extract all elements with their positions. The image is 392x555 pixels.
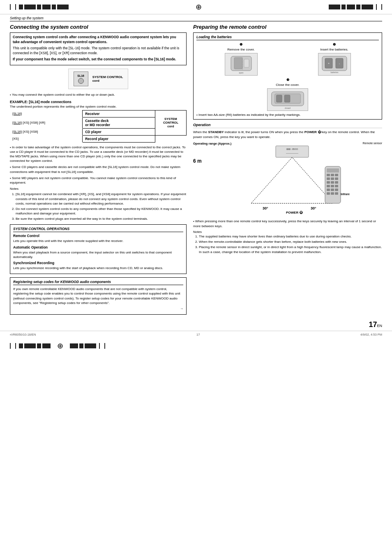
top-decorative-bar: ⊕ [0,0,392,14]
list-item: Placing the remote sensor in direct sunl… [199,245,382,254]
svg-text:open: open [239,71,243,74]
svg-rect-28 [327,177,330,180]
section-label: Setting up the system [10,16,382,21]
page-content: Setting up the system Connecting the sys… [0,16,392,319]
svg-rect-25 [327,174,330,176]
operation-title: Operation [193,123,382,128]
battery-step-3: ❸ Close the cover. closed [196,78,379,111]
table-row: [SL16] Receiver SYSTEMCONTROLcord [10,110,187,117]
svg-marker-19 [251,157,333,203]
svg-rect-27 [335,174,338,176]
system-control-diagram: SL16 SYSTEM CONTROL cord [10,69,187,89]
svg-text:30°: 30° [311,206,316,210]
top-bar-left [8,4,69,10]
list-item: The supplied batteries may have shorter … [199,234,382,239]
battery-title: Loading the batteries [196,35,379,40]
svg-rect-34 [327,185,330,187]
svg-text:batteries: batteries [330,71,339,74]
svg-rect-40 [327,192,330,195]
intro-p1: Connecting system control cords after co… [13,35,184,45]
intro-box: Connecting system control cords after co… [10,32,187,65]
range-svg-area: Remote sensor ⊞⊞ ::BOO —————— 30° [235,142,382,216]
step2-num: ❷ [290,43,379,46]
step3-label: Close the cover. [196,83,379,87]
svg-rect-32 [331,181,334,184]
operation-text: When the STANDBY indicator is lit, the p… [193,130,382,139]
kenwood-text: If you own remote controllable KENWOOD a… [13,287,183,305]
page-number: 17 [369,320,377,329]
remote-control-text: Lets you operate this unit with the syst… [13,239,183,243]
list-item: Do not connect system control cords to a… [16,207,187,216]
op-notes: Notes The supplied batteries may have sh… [193,230,382,254]
svg-rect-14 [284,95,290,102]
svg-rect-24 [327,168,339,173]
step3-image: closed [267,88,308,111]
remote-open-svg: open [227,54,256,75]
svg-rect-2 [244,59,249,67]
battery-box: Loading the batteries ❶ Remove the cover… [193,32,382,120]
intro-p2: This unit is compatible only with the [S… [13,46,184,56]
svg-rect-33 [335,181,338,184]
svg-text:Infrared ray system: Infrared ray system [341,193,350,196]
step3-num: ❸ [196,78,379,82]
svg-rect-42 [335,192,338,195]
list-item: [SL16] equipment cannot be combined with… [16,192,187,206]
svg-rect-36 [335,185,338,187]
right-heading: Preparing the remote control [193,24,382,30]
kenwood-box: Registering setup codes for KENWOOD audi… [10,277,187,315]
step1-label: Remove the cover. [196,48,286,51]
kenwood-title: Registering setup codes for KENWOOD audi… [13,280,183,285]
svg-text:30°: 30° [263,206,268,210]
svg-rect-13 [277,95,282,102]
page-number-area: 17EN [0,319,392,329]
svg-rect-37 [327,189,330,191]
svg-rect-31 [327,181,330,184]
auto-op-text: When you start playback from a source co… [13,250,183,259]
operation-section: Operation When the STANDBY indicator is … [193,123,382,254]
footer-right: 4/9/02, 4:53 PM [360,333,382,336]
notes-section: Notes [SL16] equipment cannot be combine… [10,187,187,221]
close-cover-svg: closed [267,90,308,110]
svg-text:POWER ⏻: POWER ⏻ [286,210,303,214]
record-player-cell: Record player [83,135,155,142]
svg-rect-35 [331,185,334,187]
bullet-md: Some MD players are not system control c… [10,176,187,185]
svg-text:⊞⊞ ::BOO: ⊞⊞ ::BOO [286,148,298,150]
footer-center: 17 [196,333,200,336]
svg-rect-39 [335,189,338,191]
remote-range-diagram: Operating range (Approx.) 6 m Remote sen… [193,142,382,216]
cord-label: SYSTEM CONTROL cord [92,75,123,83]
kenwood-ref: → [13,306,183,311]
chip-label: SL16 [77,74,84,77]
list-item: When the remote-controllable distance ge… [199,240,382,244]
bullet-jack: You may connect the system control cord … [10,92,187,97]
page-suffix: EN [377,324,382,328]
svg-rect-30 [335,177,338,180]
compass-icon: ⊕ [196,2,202,12]
bottom-decorative-bar: ⊕ [0,340,392,352]
remote-control-heading: Remote Control [13,234,183,238]
sys-ops-box: SYSTEM CONTROL OPERATIONS Remote Control… [10,224,187,274]
footer-bar: •VR6050/10-18/EN 17 4/9/02, 4:53 PM [0,331,392,338]
step1-num: ❶ [196,43,286,46]
sync-rec-text: Lets you synchronize recording with the … [13,266,183,270]
table-row: [XS] Record player [10,135,187,142]
step2-label: Insert the batteries. [290,48,379,51]
right-column: Preparing the remote control Loading the… [193,24,382,315]
intro-p3: If your component has the mode select sw… [13,57,184,62]
notes-label: Notes [10,187,187,191]
example-subtext: The underlined portion represents the se… [10,105,187,108]
connections-table: [SL16] Receiver SYSTEMCONTROLcord [SL16]… [10,110,187,143]
example-heading: EXAMPLE: [SL16] mode connections [10,100,187,104]
svg-rect-26 [331,174,334,176]
svg-rect-1 [234,58,242,69]
sync-rec-heading: Synchronized Recording [13,261,183,265]
battery-steps: ❶ Remove the cover. open [196,43,379,76]
svg-text:——————: —————— [286,152,298,154]
svg-text:+: + [327,62,329,65]
notes-list: [SL16] equipment cannot be combined with… [10,192,187,221]
left-column: Connecting the system control Connecting… [10,24,187,315]
two-col-layout: Connecting the system control Connecting… [10,24,382,315]
battery-step-1: ❶ Remove the cover. open [196,43,286,76]
svg-rect-29 [331,177,334,180]
